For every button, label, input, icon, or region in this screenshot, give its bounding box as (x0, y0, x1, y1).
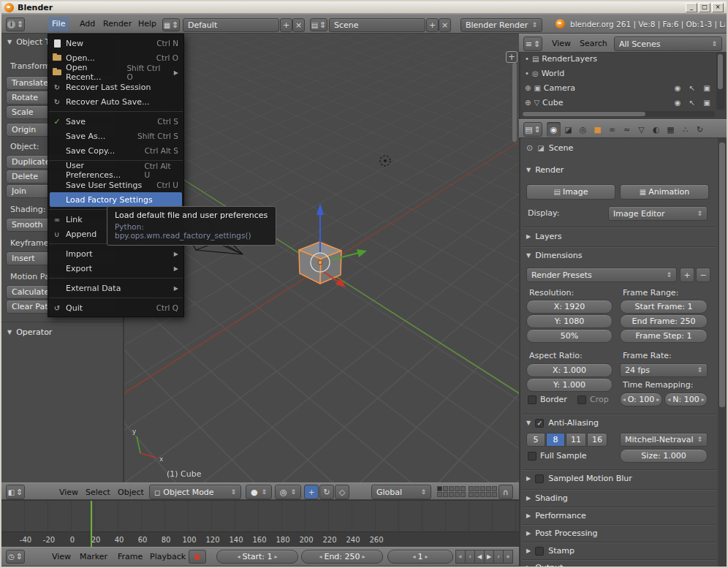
anti-aliasing-section-header[interactable]: ▼✓Anti-Aliasing (526, 418, 599, 428)
checkbox-checked-icon[interactable]: ✓ (535, 419, 544, 428)
editor-type-button-properties[interactable]: ▤⇕ (523, 122, 542, 137)
outliner-row-world[interactable]: •◎World (522, 66, 716, 80)
delete-scene-button[interactable]: × (439, 18, 451, 32)
mode-selector[interactable]: ◻Object Mode⇕ (149, 485, 241, 499)
properties-scrollbar-thumb[interactable] (719, 143, 725, 407)
outliner-vertical-scrollbar-track[interactable] (716, 53, 725, 110)
viewport-region-scrollbar[interactable] (512, 63, 517, 142)
editor-type-button-outliner[interactable]: ≡⇕ (523, 37, 542, 51)
tab-particles[interactable]: ∴ (678, 122, 692, 137)
layer-toggle[interactable] (460, 492, 466, 497)
full-sample-checkbox[interactable]: Full Sample (528, 451, 587, 461)
menu-item-open-recent[interactable]: Open Recent...Shift Ctrl O▶ (48, 65, 183, 80)
menu-help[interactable]: Help (134, 17, 160, 31)
menu-item-external-data[interactable]: External Data▶ (48, 281, 183, 295)
render-restrict-icon[interactable]: ▣ (700, 80, 713, 95)
properties-region-expand-button[interactable]: + (506, 51, 517, 63)
menu-item-export[interactable]: Export▶ (48, 261, 183, 276)
render-engine-selector[interactable]: Blender Render⇕ (460, 18, 542, 32)
layer-toggle[interactable] (486, 492, 491, 497)
spinner-right-icon[interactable]: ▸ (363, 554, 365, 560)
aspect-y-field[interactable]: Y: 1.000 (526, 378, 613, 392)
remove-preset-button[interactable]: − (696, 268, 710, 282)
spinner-right-icon[interactable]: ▸ (275, 554, 278, 560)
spinner-right-icon[interactable]: ▸ (702, 397, 705, 403)
resolution-y-field[interactable]: Y: 1080 (526, 314, 613, 328)
manipulator-scale-toggle[interactable]: ◇ (335, 485, 349, 499)
screen-layout-selector[interactable]: Default (183, 18, 279, 32)
menu-item-import[interactable]: Import▶ (48, 246, 183, 261)
aa-samples-8-button[interactable]: 8 (546, 433, 565, 447)
render-image-button[interactable]: ▤Image (526, 184, 615, 200)
menu-marker[interactable]: Marker (76, 550, 111, 564)
checkbox-icon[interactable] (535, 547, 544, 556)
aa-samples-11-button[interactable]: 11 (566, 433, 586, 447)
layer-toggle[interactable] (480, 492, 485, 497)
tab-constraints[interactable]: ∞ (605, 122, 619, 137)
timeline-ruler[interactable]: -40 -20 0 20 40 60 80 100 120 140 160 18… (1, 531, 519, 548)
render-restrict-icon[interactable]: ▣ (700, 95, 713, 110)
layer-toggle[interactable] (437, 492, 442, 497)
aa-samples-5-button[interactable]: 5 (526, 433, 545, 447)
post-processing-section-header[interactable]: ▶Post Processing (526, 529, 597, 538)
current-frame-field[interactable]: ◂1▸ (387, 550, 453, 564)
layer-toggle[interactable] (492, 486, 497, 491)
layer-toggle[interactable] (480, 486, 485, 491)
outliner-vertical-scrollbar-thumb[interactable] (718, 54, 723, 89)
aspect-x-field[interactable]: X: 1.000 (526, 363, 613, 377)
layer-toggle[interactable] (455, 492, 460, 497)
dimensions-section-header[interactable]: ▼Dimensions (526, 251, 582, 260)
menu-object[interactable]: Object (114, 485, 148, 500)
eye-icon[interactable]: ◉ (671, 80, 684, 95)
editor-type-button-info[interactable]: i ⇕ (6, 18, 25, 31)
close-button[interactable]: × (712, 3, 724, 12)
outliner-horizontal-scrollbar-thumb[interactable] (523, 112, 645, 116)
render-animation-button[interactable]: ▦Animation (620, 184, 709, 200)
x-axis-arrow[interactable] (335, 278, 346, 287)
menu-render[interactable]: Render (99, 17, 135, 31)
manipulator-translate-toggle[interactable]: + (304, 485, 319, 499)
outliner-horizontal-scrollbar-track[interactable] (522, 111, 715, 117)
menu-search[interactable]: Search (576, 37, 611, 51)
menu-view[interactable]: View (48, 550, 75, 564)
menu-add[interactable]: Add (76, 17, 99, 31)
menu-select[interactable]: Select (82, 485, 114, 500)
resolution-x-field[interactable]: X: 1920 (526, 300, 613, 314)
delete-screen-button[interactable]: × (292, 18, 305, 32)
layer-toggle[interactable] (449, 492, 454, 497)
layer-toggle[interactable] (474, 492, 479, 497)
add-scene-button[interactable]: + (426, 18, 439, 32)
layer-toggle[interactable] (437, 486, 442, 491)
jump-to-start-button[interactable]: « (455, 550, 466, 564)
spinner-left-icon[interactable]: ◂ (319, 554, 322, 560)
layer-toggle[interactable] (443, 486, 448, 491)
layer-toggle[interactable] (469, 492, 474, 497)
expand-icon[interactable]: ⊕ (525, 99, 531, 107)
maximize-button[interactable]: □ (699, 3, 710, 12)
editor-type-button-3dview[interactable]: ◧⇕ (6, 485, 25, 499)
shading-section-header[interactable]: ▶Shading (526, 493, 568, 503)
spinner-left-icon[interactable]: ◂ (412, 554, 415, 560)
frame-end-field[interactable]: End Frame: 250 (620, 314, 708, 328)
auto-keyframe-record-button[interactable] (189, 550, 206, 564)
menu-frame[interactable]: Frame (114, 550, 146, 564)
operator-panel-header[interactable]: ▼Operator (7, 327, 52, 337)
menu-item-save-copy[interactable]: Save Copy...Ctrl Alt S (48, 143, 183, 158)
frame-start-field[interactable]: ◂Start: 1▸ (216, 550, 298, 564)
layer-toggle[interactable] (492, 492, 497, 497)
next-keyframe-button[interactable]: › (493, 550, 504, 564)
menu-item-save-user-settings[interactable]: Save User SettingsCtrl U (48, 178, 183, 192)
previous-keyframe-button[interactable]: ‹ (465, 550, 475, 564)
screen-layout-browse-button[interactable]: ▦⇕ (162, 18, 180, 31)
menu-item-recover-last-session[interactable]: ↻Recover Last Session (48, 80, 183, 94)
cursor-select-icon[interactable]: ↖ (686, 95, 699, 110)
manipulator-rotate-toggle[interactable]: ↻ (319, 485, 334, 499)
layer-toggle[interactable] (449, 486, 454, 491)
layer-group[interactable] (469, 486, 497, 497)
z-axis-arrow[interactable] (316, 203, 324, 215)
lamp-object[interactable] (380, 156, 390, 166)
menu-item-load-factory-settings[interactable]: Load Factory Settings (50, 192, 182, 207)
layer-toggle[interactable] (469, 486, 474, 491)
timeline-region[interactable]: -40 -20 0 20 40 60 80 100 120 140 160 18… (1, 500, 519, 547)
display-selector[interactable]: Image Editor⇕ (608, 206, 708, 221)
